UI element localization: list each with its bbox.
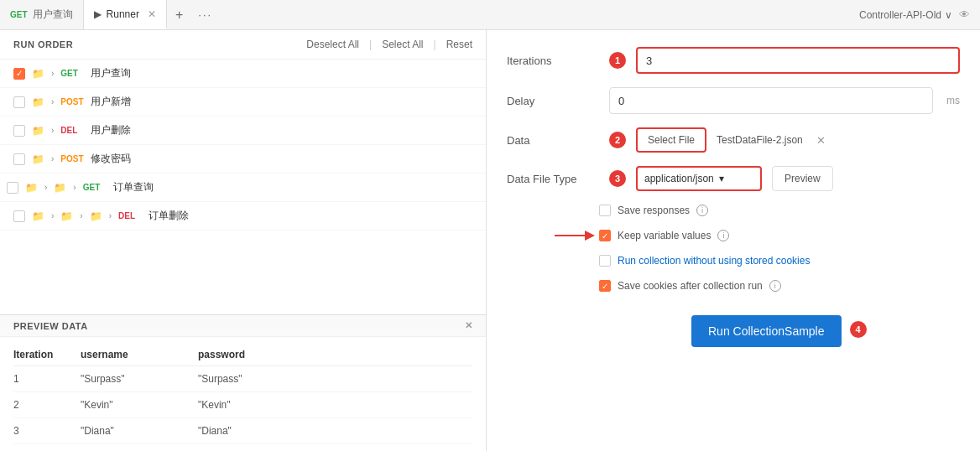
separator: | xyxy=(369,39,372,50)
item-checkbox-4[interactable] xyxy=(13,153,25,165)
method-badge-get: GET xyxy=(83,183,107,192)
folder-icon: 📁 xyxy=(32,96,44,108)
reset-button[interactable]: Reset xyxy=(446,39,472,50)
folder-icon2: 📁 xyxy=(60,210,73,222)
run-without-cookies-checkbox[interactable] xyxy=(599,255,611,267)
preview-table: Iteration username password 1 "Surpass" … xyxy=(0,337,486,451)
run-btn-label: Run CollectionSample xyxy=(708,324,825,338)
data-row: Data 2 Select File TestDataFile-2.json ✕ xyxy=(507,127,960,153)
item-name: 用户新增 xyxy=(91,95,131,109)
data-label: Data xyxy=(507,134,599,147)
chevron-down-icon: ▾ xyxy=(719,173,724,184)
item-name: 订单删除 xyxy=(149,209,189,223)
item-name: 订单查询 xyxy=(113,180,154,194)
data-file-type-label: Data File Type xyxy=(507,173,599,185)
keep-variable-info-icon[interactable]: i xyxy=(717,230,729,241)
run-order-header: RUN ORDER Deselect All | Select All | Re… xyxy=(0,30,486,60)
cell-username-3: "Diana" xyxy=(81,418,198,444)
table-row: 3 "Diana" "Diana" xyxy=(13,418,472,444)
eye-icon[interactable]: 👁 xyxy=(959,8,970,21)
preview-button[interactable]: Preview xyxy=(772,166,833,191)
tab-runner[interactable]: ▶ Runner ✕ xyxy=(84,0,167,29)
save-responses-row: Save responses i xyxy=(599,205,960,216)
save-responses-checkbox[interactable] xyxy=(599,205,611,216)
run-order-actions: Deselect All | Select All | Reset xyxy=(306,39,472,50)
item-checkbox-5[interactable] xyxy=(7,182,18,194)
run-item: 📁 › 📁 › 📁 › DEL 订单删除 xyxy=(0,202,486,231)
chevron-right-icon: › xyxy=(51,154,54,163)
preview-close-button[interactable]: ✕ xyxy=(465,320,473,331)
delay-input[interactable] xyxy=(609,87,933,114)
env-selector[interactable]: Controller-API-Old ∨ xyxy=(859,9,952,21)
item-name: 修改密码 xyxy=(91,152,131,166)
item-checkbox-1[interactable] xyxy=(13,68,25,80)
method-badge-del: DEL xyxy=(118,211,142,220)
select-file-button[interactable]: Select File xyxy=(636,127,706,153)
select-all-button[interactable]: Select All xyxy=(382,39,423,50)
data-badge: 2 xyxy=(609,132,626,148)
chevron-right-icon: › xyxy=(51,211,54,220)
chevron-right-icon: › xyxy=(51,126,54,135)
run-list: 📁 › GET 用户查询 📁 › POST 用户新增 📁 › DEL 用户删除 xyxy=(0,60,486,314)
run-collection-button[interactable]: Run CollectionSample xyxy=(691,315,842,347)
col-header-iteration: Iteration xyxy=(13,344,81,366)
chevron-right-icon2: › xyxy=(80,211,82,220)
method-badge-post: POST xyxy=(60,154,84,163)
folder-icon: 📁 xyxy=(25,182,38,194)
deselect-all-button[interactable]: Deselect All xyxy=(306,39,359,50)
tab-get[interactable]: GET 用户查询 xyxy=(0,0,84,29)
cell-password-3: "Diana" xyxy=(198,418,472,444)
keep-variable-row: Keep variable values i xyxy=(599,230,960,241)
table-row: 2 "Kevin" "Kevin" xyxy=(13,392,472,418)
tab-right-area: Controller-API-Old ∨ 👁 xyxy=(859,8,980,21)
folder-icon: 📁 xyxy=(32,68,44,80)
cell-iteration-1: 1 xyxy=(13,366,81,392)
chevron-down-icon: ∨ xyxy=(945,9,952,21)
cell-password-2: "Kevin" xyxy=(198,392,472,418)
item-checkbox-6[interactable] xyxy=(13,210,25,222)
save-cookies-info-icon[interactable]: i xyxy=(769,280,781,292)
cell-password-1: "Surpass" xyxy=(198,366,472,392)
iterations-input[interactable] xyxy=(636,47,960,74)
data-file-type-badge: 3 xyxy=(609,170,626,187)
tab-close-icon[interactable]: ✕ xyxy=(148,8,156,20)
keep-variable-checkbox[interactable] xyxy=(599,230,611,241)
folder-icon2: 📁 xyxy=(54,182,66,194)
item-checkbox-3[interactable] xyxy=(13,125,25,137)
separator2: | xyxy=(434,39,436,50)
folder-icon3: 📁 xyxy=(90,210,102,222)
new-tab-button[interactable]: + xyxy=(167,8,191,23)
method-badge-post: POST xyxy=(60,97,84,106)
cell-username-1: "Surpass" xyxy=(81,366,198,392)
preview-section: PREVIEW DATA ✕ Iteration username passwo… xyxy=(0,314,486,451)
data-file-type-select[interactable]: application/json ▾ xyxy=(636,166,762,191)
col-header-username: username xyxy=(81,344,198,366)
folder-icon: 📁 xyxy=(32,210,44,222)
red-arrow xyxy=(553,226,595,246)
item-checkbox-2[interactable] xyxy=(13,96,25,108)
right-panel: Iterations 1 Delay ms Data 2 Select File… xyxy=(487,30,980,451)
save-responses-label: Save responses xyxy=(618,205,690,216)
chevron-right-icon2: › xyxy=(73,183,76,192)
select-file-label: Select File xyxy=(648,134,695,146)
run-without-cookies-label[interactable]: Run collection without using stored cook… xyxy=(618,255,810,267)
chevron-right-icon: › xyxy=(44,183,47,192)
iterations-row: Iterations 1 xyxy=(507,47,960,74)
main-layout: RUN ORDER Deselect All | Select All | Re… xyxy=(0,30,980,451)
tab-more-button[interactable]: ··· xyxy=(191,8,219,21)
save-responses-info-icon[interactable]: i xyxy=(696,205,708,216)
save-cookies-checkbox[interactable] xyxy=(599,280,611,292)
preview-header: PREVIEW DATA ✕ xyxy=(0,315,486,337)
method-badge-del: DEL xyxy=(60,126,84,135)
delay-suffix: ms xyxy=(946,95,960,106)
tab-get-title: 用户查询 xyxy=(33,8,73,22)
run-btn-area: Run CollectionSample 4 xyxy=(599,312,960,347)
file-remove-button[interactable]: ✕ xyxy=(816,134,826,147)
left-panel: RUN ORDER Deselect All | Select All | Re… xyxy=(0,30,487,451)
tab-bar: GET 用户查询 ▶ Runner ✕ + ··· Controller-API… xyxy=(0,0,980,30)
file-name: TestDataFile-2.json xyxy=(717,134,803,146)
item-name: 用户查询 xyxy=(91,66,131,80)
col-header-password: password xyxy=(198,344,472,366)
chevron-right-icon3: › xyxy=(109,211,112,220)
run-item: 📁 › 📁 › GET 订单查询 xyxy=(0,174,486,202)
